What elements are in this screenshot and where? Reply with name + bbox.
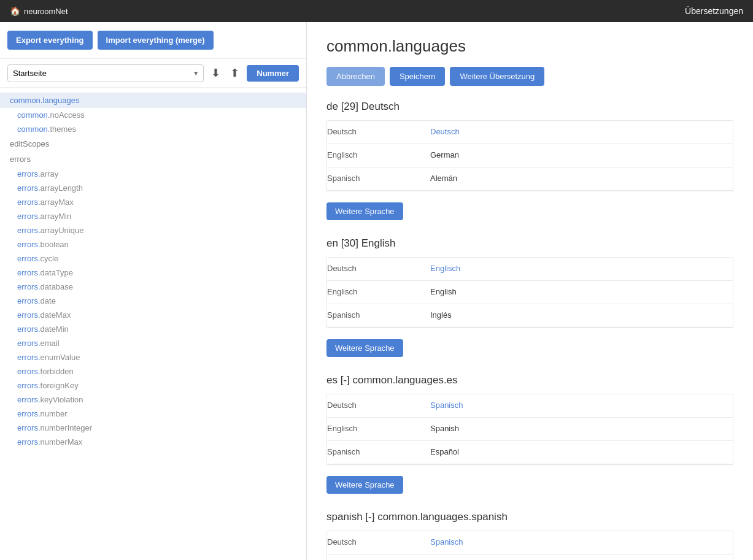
translation-label: Deutsch [327,531,425,554]
translation-value[interactable]: Inglés [425,304,733,327]
sidebar-item-child[interactable]: common.themes [0,122,306,136]
section-block: DeutschDeutschEnglischGermanSpanischAlem… [326,120,733,191]
sidebar-item-child[interactable]: errors.arrayUnique [0,223,306,237]
table-row: EnglischSpanish [327,554,733,560]
sidebar-item-child[interactable]: errors.dataType [0,266,306,280]
sidebar-item-child[interactable]: errors.number [0,407,306,421]
import-button[interactable]: Import everything (merge) [98,31,214,50]
section-title: en [30] English [326,237,733,250]
translation-value[interactable]: English [425,281,733,304]
nummer-button[interactable]: Nummer [247,65,299,82]
translation-label: Englisch [327,418,425,440]
translation-label: Spanisch [327,304,425,327]
sidebar-item-child[interactable]: errors.date [0,294,306,308]
sidebar-item-child[interactable]: errors.array [0,167,306,181]
sidebar-item-child[interactable]: errors.cycle [0,251,306,266]
nav-title: Übersetzungen [685,6,743,16]
sidebar-item-child[interactable]: errors.dateMax [0,308,306,322]
sidebar-item-child[interactable]: errors.arrayMax [0,195,306,209]
home-icon: 🏠 [10,6,20,16]
speichern-button[interactable]: Speichern [390,67,446,86]
namespace-select-wrap[interactable]: Startseite [7,64,204,82]
section-block: DeutschSpanischEnglischSpanishSpanischEs… [326,531,733,560]
sidebar-item-active[interactable]: common.languages [0,93,306,108]
app-name: neuroomNet [24,7,68,16]
sidebar: Export everything Import everything (mer… [0,22,307,560]
upload-icon-btn[interactable]: ⬆ [228,64,242,82]
translation-value[interactable]: German [425,144,733,167]
translation-label: Deutsch [327,258,425,280]
abbrechen-button[interactable]: Abbrechen [326,67,385,86]
translation-section: spanish [-] common.languages.spanishDeut… [326,511,733,560]
sidebar-toolbar: Export everything Import everything (mer… [0,22,306,59]
translation-value[interactable]: Spanisch [425,531,733,554]
weitere-sprache-button[interactable]: Weitere Sprache [326,202,403,220]
sidebar-item-child[interactable]: errors.dateMin [0,322,306,336]
translation-value[interactable]: Español [425,441,733,464]
sidebar-item-child[interactable]: errors.arrayLength [0,181,306,195]
sidebar-item-suffix: languages [42,96,79,105]
table-row: DeutschSpanisch [327,531,733,554]
translation-value[interactable]: Deutsch [425,121,733,144]
sidebar-controls: Startseite ⬇ ⬆ Nummer [0,59,306,88]
layout: Export everything Import everything (mer… [0,22,753,560]
weitere-ubersetzung-button[interactable]: Weitere Übersetzung [450,67,544,86]
sidebar-item-child[interactable]: common.noAccess [0,108,306,122]
translation-label: Deutsch [327,121,425,144]
section-title: de [29] Deutsch [326,101,733,113]
sidebar-item-child[interactable]: errors.numberInteger [0,421,306,435]
translation-value[interactable]: Spanisch [425,394,733,417]
translation-value[interactable]: Spanish [425,554,733,560]
topnav-left: 🏠 neuroomNet [10,6,68,16]
sections-container: de [29] DeutschDeutschDeutschEnglischGer… [326,101,733,560]
translation-value[interactable]: Alemán [425,167,733,190]
main-content: common.languages Abbrechen Speichern Wei… [307,22,753,560]
section-block: DeutschSpanischEnglischSpanishSpanischEs… [326,394,733,465]
table-row: EnglischEnglish [327,281,733,304]
translation-value[interactable]: Englisch [425,258,733,280]
translation-section: en [30] EnglishDeutschEnglischEnglischEn… [326,237,733,359]
action-bar: Abbrechen Speichern Weitere Übersetzung [326,67,733,86]
sidebar-item-child[interactable]: errors.keyViolation [0,393,306,407]
table-row: DeutschSpanisch [327,394,733,418]
namespace-select[interactable]: Startseite [7,64,204,82]
sidebar-group-label: editScopes [0,136,306,152]
table-row: SpanischInglés [327,304,733,328]
sidebar-group-label: errors [0,152,306,167]
sidebar-item-child[interactable]: errors.foreignKey [0,378,306,393]
sidebar-item-prefix: common. [10,96,42,105]
sidebar-item-child[interactable]: errors.enumValue [0,350,306,364]
table-row: DeutschEnglisch [327,258,733,281]
topnav: 🏠 neuroomNet Übersetzungen [0,0,753,22]
translation-section: es [-] common.languages.esDeutschSpanisc… [326,374,733,496]
export-button[interactable]: Export everything [7,31,93,50]
translation-label: Englisch [327,281,425,304]
weitere-sprache-button[interactable]: Weitere Sprache [326,476,403,494]
section-block: DeutschEnglischEnglischEnglishSpanischIn… [326,257,733,328]
translation-label: Englisch [327,144,425,167]
table-row: EnglischGerman [327,144,733,167]
table-row: SpanischAlemán [327,167,733,191]
table-row: DeutschDeutsch [327,121,733,144]
sidebar-item-child[interactable]: errors.numberMax [0,435,306,449]
translation-label: Spanisch [327,167,425,190]
sidebar-item-child[interactable]: errors.email [0,336,306,350]
sidebar-item-child[interactable]: errors.arrayMin [0,209,306,223]
translation-label: Englisch [327,554,425,560]
table-row: EnglischSpanish [327,418,733,441]
sidebar-item-child[interactable]: errors.forbidden [0,364,306,378]
sidebar-list: common.languagescommon.noAccesscommon.th… [0,88,306,560]
translation-value[interactable]: Spanish [425,418,733,440]
translation-label: Deutsch [327,394,425,417]
translation-section: de [29] DeutschDeutschDeutschEnglischGer… [326,101,733,223]
download-icon-btn[interactable]: ⬇ [209,64,223,82]
translation-label: Spanisch [327,441,425,464]
section-title: spanish [-] common.languages.spanish [326,511,733,523]
section-title: es [-] common.languages.es [326,374,733,386]
sidebar-item-child[interactable]: errors.database [0,280,306,294]
sidebar-item-child[interactable]: errors.boolean [0,237,306,251]
page-title: common.languages [326,37,733,56]
table-row: SpanischEspañol [327,441,733,464]
weitere-sprache-button[interactable]: Weitere Sprache [326,339,403,357]
